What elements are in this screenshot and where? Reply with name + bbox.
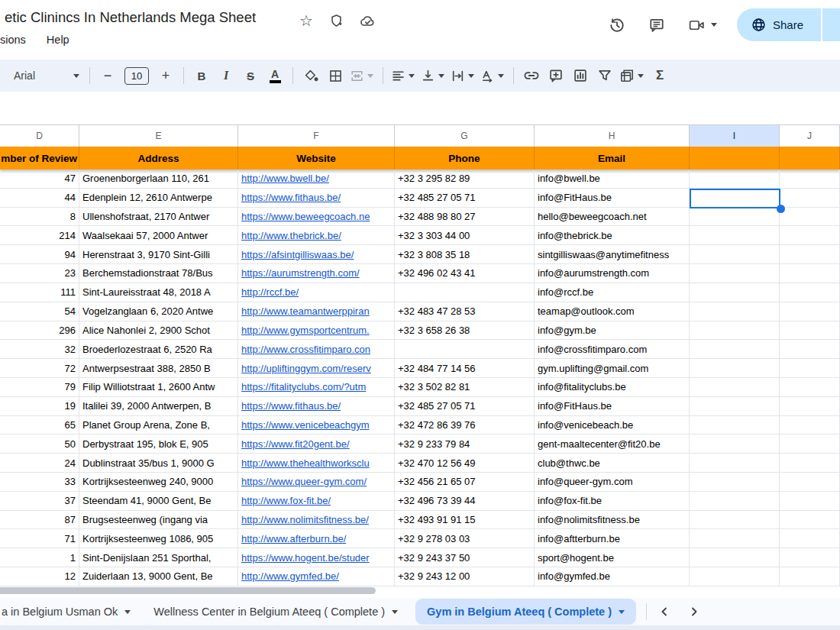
italic-button[interactable]: I [214, 65, 238, 86]
approvals-shield-icon[interactable] [329, 14, 344, 28]
cell-website[interactable]: http://rccf.be/ [238, 283, 395, 302]
cell-phone[interactable]: +32 9 233 79 84 [395, 435, 535, 454]
cell-email[interactable]: info@fitalityclubs.be [535, 378, 690, 397]
cloud-saved-icon[interactable] [360, 15, 376, 27]
cell-email[interactable]: info@gym.be [535, 321, 690, 341]
cell-empty[interactable] [780, 359, 840, 378]
cell-empty[interactable] [690, 416, 780, 435]
cell-empty[interactable] [690, 567, 780, 586]
column-header-E[interactable]: E [79, 125, 238, 147]
cell-phone[interactable] [395, 283, 535, 302]
column-header-J[interactable]: J [780, 125, 840, 147]
cell-phone[interactable]: +32 3 808 35 18 [395, 245, 535, 264]
cell-empty[interactable] [690, 529, 780, 548]
cell-empty[interactable] [780, 416, 840, 435]
cell-reviews[interactable]: 1 [0, 548, 79, 567]
cell-reviews[interactable]: 44 [0, 189, 79, 208]
cell-email[interactable]: info@queer-gym.com [535, 473, 690, 492]
cell-empty[interactable] [780, 378, 840, 397]
increase-font-size-button[interactable]: + [153, 65, 178, 86]
comments-icon[interactable] [648, 17, 665, 34]
sheet-tab[interactable]: Gym in Belgium Ateeq ( Complete ) [415, 599, 636, 625]
cell-email[interactable]: info@aurumstrength.com [535, 264, 690, 283]
cell-website[interactable]: https://www.fit20gent.be/ [238, 435, 395, 454]
cell-empty[interactable] [780, 473, 840, 492]
cell-phone[interactable]: +32 485 27 05 71 [395, 189, 535, 208]
cell-email[interactable]: sport@hogent.be [535, 548, 690, 567]
cell-reviews[interactable]: 111 [0, 283, 79, 302]
cell-address[interactable]: Antwerpsestraat 388, 2850 B [79, 359, 238, 378]
strikethrough-button[interactable]: S [238, 65, 263, 86]
cell-address[interactable]: Groenenborgerlaan 110, 261 [79, 170, 238, 189]
cell-reviews[interactable]: 19 [0, 397, 79, 416]
cell-empty[interactable] [690, 435, 780, 454]
horizontal-scrollbar-thumb[interactable] [0, 587, 376, 594]
cell-email[interactable]: info@gymfed.be [535, 567, 690, 586]
merge-cells-button[interactable] [347, 65, 377, 86]
cell-address[interactable]: Italilei 39, 2000 Antwerpen, B [79, 397, 238, 416]
cell-website[interactable]: https://www.fithaus.be/ [238, 189, 395, 208]
cell-email[interactable]: club@thwc.be [535, 454, 690, 473]
fill-color-button[interactable] [299, 65, 323, 86]
cell-phone[interactable]: +32 483 47 28 53 [395, 302, 535, 321]
cell-empty[interactable] [780, 189, 840, 208]
cell-phone[interactable]: +32 472 86 39 76 [395, 416, 535, 435]
cell-website[interactable]: https://www.hogent.be/studer [238, 548, 395, 567]
cell-email[interactable]: info@venicebeach.be [535, 416, 690, 435]
create-filter-button[interactable] [593, 65, 617, 86]
cell-empty[interactable] [780, 226, 840, 245]
cell-phone[interactable]: +32 484 77 14 56 [395, 359, 535, 378]
cell-address[interactable]: Waalsekaai 57, 2000 Antwer [79, 226, 238, 245]
next-sheet-arrow-icon[interactable] [689, 606, 699, 617]
functions-button[interactable]: Σ [648, 65, 672, 86]
cell-empty[interactable] [690, 511, 780, 530]
cell-reviews[interactable]: 32 [0, 340, 79, 359]
version-history-icon[interactable] [609, 17, 625, 34]
cell-email[interactable]: info@fox-fit.be [535, 492, 690, 511]
cell-website[interactable]: https://aurumstrength.com/ [238, 264, 395, 283]
insert-link-button[interactable] [519, 65, 544, 86]
cell-email[interactable]: info@FitHaus.be [535, 189, 690, 208]
cell-phone[interactable]: +32 488 98 80 27 [395, 208, 535, 227]
cell-address[interactable]: Steendam 41, 9000 Gent, Be [79, 492, 238, 511]
header-cell[interactable]: Address [79, 147, 238, 170]
cell-reviews[interactable]: 50 [0, 435, 79, 454]
vertical-align-button[interactable] [418, 65, 448, 86]
menu-item-help[interactable]: Help [47, 34, 69, 46]
cell-address[interactable]: Broederlozestraat 6, 2520 Ra [79, 340, 238, 359]
cell-address[interactable]: Berchemstadionstraat 78/Bus [79, 264, 238, 283]
prev-sheet-arrow-icon[interactable] [659, 606, 670, 617]
cell-empty[interactable] [690, 321, 780, 341]
decrease-font-size-button[interactable]: − [95, 65, 120, 86]
cell-reviews[interactable]: 8 [0, 208, 79, 227]
cell-email[interactable]: info@nolimitsfitness.be [535, 511, 690, 530]
cell-email[interactable]: info@thebrick.be [535, 226, 690, 245]
cell-address[interactable]: Planet Group Arena, Zone B, [79, 416, 238, 435]
sheet-tab[interactable]: a in Belgium Usman Ok [0, 598, 142, 625]
cell-email[interactable]: sintgilliswaas@anytimefitness [535, 245, 690, 264]
cell-website[interactable]: https://fitalityclubs.com/?utm [238, 378, 395, 397]
cell-phone[interactable]: +32 493 91 91 15 [395, 511, 535, 530]
cell-empty[interactable] [780, 548, 840, 567]
cell-address[interactable]: Edenplein 12, 2610 Antwerpe [79, 189, 238, 208]
cell-website[interactable]: https://afsintgilliswaas.be/ [238, 245, 395, 264]
cell-address[interactable]: Kortrijksesteenweg 240, 9000 [79, 473, 238, 492]
cell-empty[interactable] [780, 567, 840, 586]
cell-email[interactable]: info@bwell.be [535, 170, 690, 189]
meet-dropdown-caret[interactable] [711, 23, 717, 27]
cell-website[interactable]: http://upliftinggym.com/reserv [238, 359, 395, 378]
cell-reviews[interactable]: 47 [0, 170, 79, 189]
menu-item-extensions[interactable]: sions [0, 34, 26, 46]
cell-reviews[interactable]: 72 [0, 359, 79, 378]
cell-phone[interactable]: +32 3 303 44 00 [395, 226, 535, 245]
cell-website[interactable]: http://www.bwell.be/ [238, 170, 395, 189]
cell-website[interactable]: http://www.fox-fit.be/ [238, 492, 395, 511]
cell-email[interactable]: hello@beweegcoach.net [535, 208, 690, 227]
tab-menu-caret[interactable] [392, 610, 398, 614]
cell-address[interactable]: Ullenshofstraat, 2170 Antwer [79, 208, 238, 227]
cell-reviews[interactable]: 71 [0, 529, 79, 548]
cell-email[interactable]: info@FitHaus.be [535, 397, 690, 416]
cell-empty[interactable] [780, 283, 840, 302]
insert-comment-button[interactable] [544, 65, 568, 86]
cell-reviews[interactable]: 94 [0, 245, 79, 264]
